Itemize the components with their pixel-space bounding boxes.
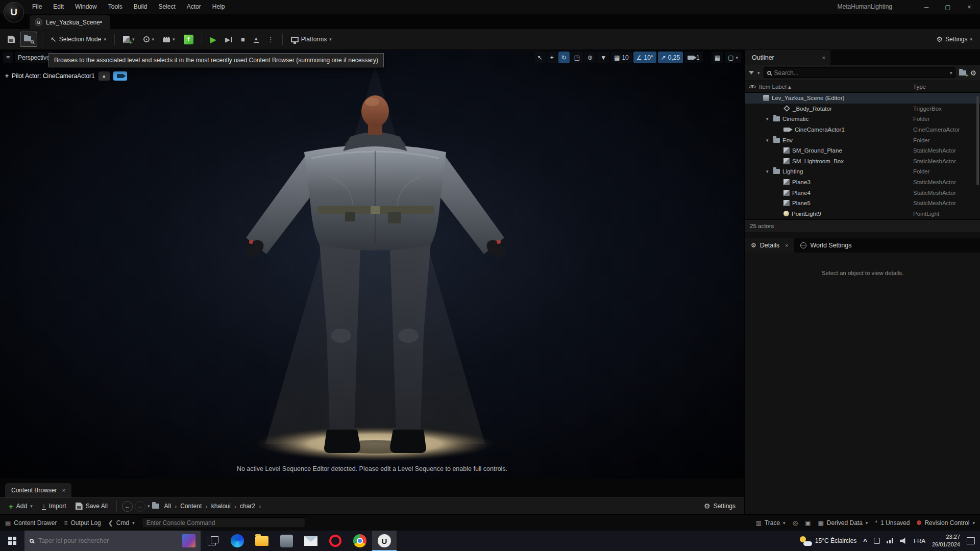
rotation-snap-button[interactable]: ∠10° (633, 52, 656, 63)
menu-edit[interactable]: Edit (47, 0, 69, 14)
menu-actor[interactable]: Actor (181, 0, 207, 14)
surface-snap-button[interactable]: ▼ (597, 52, 609, 63)
selection-mode-button[interactable]: ↖ Selection Mode ▾ (47, 32, 110, 47)
network-icon[interactable] (887, 538, 893, 543)
screenshot-icon[interactable]: ◎ (793, 519, 798, 527)
outliner-row[interactable]: Plane5StaticMeshActor (745, 198, 980, 209)
save-all-button[interactable]: Save All (72, 499, 111, 513)
menu-help[interactable]: Help (207, 0, 231, 14)
outliner-row[interactable]: ▾LightingFolder (745, 166, 980, 177)
outliner-row[interactable]: Plane4StaticMeshActor (745, 187, 980, 198)
unsaved-button[interactable]: * 1 Unsaved (875, 519, 910, 527)
outliner-scrollbar[interactable] (976, 96, 979, 185)
outliner-row[interactable]: _Body_RotatorTriggerBox (745, 104, 980, 114)
back-button[interactable]: ← (122, 501, 133, 512)
scale-tool-button[interactable]: ◳ (571, 52, 583, 63)
tab-world-settings[interactable]: World Settings (794, 238, 857, 253)
outliner-row[interactable]: ▾EnvFolder (745, 135, 980, 145)
platforms-button[interactable]: Platforms ▾ (287, 32, 335, 47)
breadcrumb-item[interactable]: Content (180, 503, 202, 510)
menu-select[interactable]: Select (153, 0, 181, 14)
task-view-button[interactable] (201, 531, 225, 551)
language-indicator[interactable]: FRA (914, 538, 925, 544)
derived-data-button[interactable]: ▦ Derived Data ▾ (818, 519, 868, 527)
scale-snap-button[interactable]: ↗0,25 (658, 52, 683, 63)
outliner-search-box[interactable]: ▾ (764, 67, 956, 78)
taskbar-chrome[interactable] (348, 531, 372, 551)
level-tab[interactable]: u Lev_Yazkua_Scene• (30, 15, 110, 29)
content-browser-tab[interactable]: Content Browser × (5, 483, 71, 497)
outliner-row[interactable]: Plane3StaticMeshActor (745, 177, 980, 188)
camera-speed-button[interactable]: 1 (684, 52, 703, 63)
rotate-tool-button[interactable]: ↻ (558, 52, 570, 63)
revision-control-button[interactable]: Revision Control ▾ (917, 519, 975, 527)
settings-button[interactable]: ⚙ Settings ▾ (933, 32, 976, 47)
viewport[interactable]: ≡ Perspective ↖ + ↻ ◳ ⊕ ▼ ▦10 ∠10° ↗0,25… (0, 50, 744, 479)
cinematics-button[interactable]: ▾ (159, 32, 179, 47)
trace-button[interactable]: ▥ Trace ▾ (756, 519, 786, 527)
taskbar-mail[interactable] (299, 531, 323, 551)
viewport-menu-button[interactable]: ≡ (3, 52, 13, 63)
browse-to-asset-button[interactable] (20, 32, 37, 47)
notification-center-icon[interactable] (967, 537, 975, 544)
select-tool-button[interactable]: ↖ (534, 52, 546, 63)
minimize-button[interactable]: ─ (916, 0, 937, 14)
eject-button[interactable]: ▲ (250, 32, 262, 47)
menu-tools[interactable]: Tools (103, 0, 128, 14)
output-log-button[interactable]: ≡ Output Log (64, 519, 101, 527)
close-icon[interactable]: × (822, 55, 825, 61)
import-button[interactable]: ↓ Import (38, 499, 70, 513)
play-button[interactable]: ▶ (207, 32, 220, 47)
fab-button[interactable]: f (180, 32, 197, 47)
move-tool-button[interactable]: + (547, 52, 557, 63)
taskbar-search[interactable] (24, 531, 201, 551)
forward-button[interactable]: → (135, 501, 145, 512)
expander-arrow-icon[interactable]: ▾ (766, 116, 773, 121)
taskbar-app[interactable] (274, 531, 299, 551)
start-button[interactable] (0, 531, 24, 551)
blueprints-button[interactable]: ▾ (140, 32, 158, 47)
viewport-layout-button[interactable]: ▦ (712, 52, 723, 63)
tab-details[interactable]: ⚙ Details × (745, 238, 794, 253)
maximize-viewport-button[interactable]: ▢▾ (725, 52, 741, 63)
stop-button[interactable]: ■ (237, 32, 249, 47)
maximize-button[interactable]: ▢ (937, 0, 959, 14)
column-item-label[interactable]: Item Label ▴ (759, 83, 791, 90)
capture-icon[interactable]: ▣ (805, 519, 811, 527)
expander-arrow-icon[interactable]: ▾ (766, 138, 773, 143)
menu-build[interactable]: Build (128, 0, 153, 14)
search-highlight-thumbnail[interactable] (182, 534, 195, 547)
console-command-input[interactable] (142, 517, 305, 528)
content-drawer-button[interactable]: ▤ Content Drawer (5, 519, 57, 527)
cb-settings-button[interactable]: ⚙ Settings (700, 499, 739, 513)
breadcrumb-item[interactable]: char2 (240, 503, 255, 510)
stop-piloting-button[interactable]: ▲ (99, 71, 110, 81)
close-icon[interactable]: × (785, 242, 788, 248)
perspective-button[interactable]: Perspective (15, 52, 53, 63)
menu-window[interactable]: Window (69, 0, 103, 14)
outliner-row[interactable]: Lev_Yazkua_Scene (Editor) (745, 93, 980, 104)
taskbar-search-input[interactable] (38, 537, 178, 544)
outliner-row[interactable]: CineCameraActor1CineCameraActor (745, 124, 980, 135)
save-button[interactable] (4, 32, 18, 47)
outliner-row[interactable]: ▾CinematicFolder (745, 114, 980, 124)
close-button[interactable]: × (959, 0, 980, 14)
close-icon[interactable]: × (62, 487, 65, 493)
outliner-row[interactable]: SM_Ground_PlaneStaticMeshActor (745, 145, 980, 156)
column-type[interactable]: Type (913, 84, 926, 90)
breadcrumb-item[interactable]: All (164, 503, 171, 510)
volume-icon[interactable] (900, 538, 907, 544)
outliner-row[interactable]: PointLight9PointLight (745, 209, 980, 219)
new-folder-icon[interactable] (959, 70, 966, 76)
grid-snap-button[interactable]: ▦10 (611, 52, 632, 63)
weather-widget[interactable]: 15°C Éclaircies (799, 536, 857, 546)
taskbar-edge[interactable] (225, 531, 250, 551)
eye-icon[interactable] (749, 83, 756, 90)
outliner-search-input[interactable] (774, 69, 947, 77)
outliner-row[interactable]: SM_Lightroom_BoxStaticMeshActor (745, 156, 980, 167)
outliner-settings-icon[interactable]: ⚙ (970, 69, 976, 77)
filter-icon[interactable] (749, 71, 754, 74)
breadcrumb-item[interactable]: khaloui (211, 503, 231, 510)
taskbar-unreal[interactable]: U (372, 531, 397, 551)
world-local-toggle[interactable]: ⊕ (584, 52, 596, 63)
